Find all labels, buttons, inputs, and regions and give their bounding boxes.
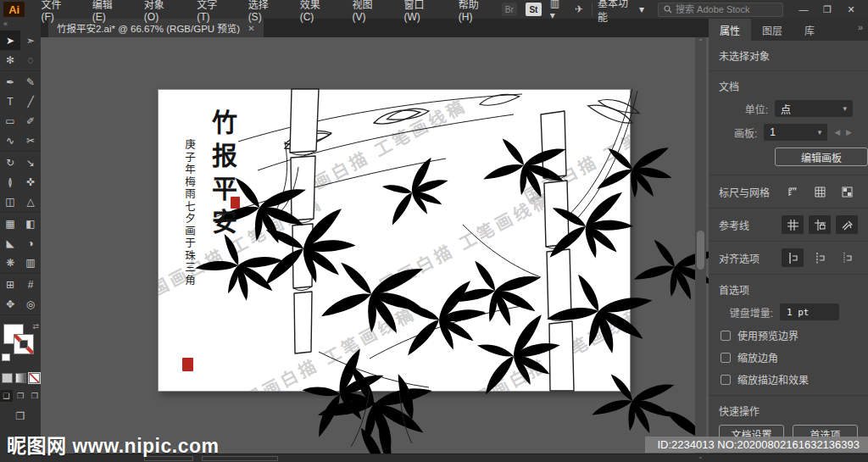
gradient-tool[interactable]: ◧ [20, 214, 41, 233]
rectangle-tool[interactable]: ▭ [0, 111, 20, 131]
close-tab-icon[interactable]: ✕ [248, 24, 254, 33]
show-grid-button[interactable] [809, 182, 831, 201]
none-button[interactable] [29, 373, 40, 383]
draw-inside-mode[interactable]: ❒ [28, 390, 41, 402]
chevron-down-icon: ▾ [639, 3, 644, 15]
rulers-grids-row: 标尺与网格 [709, 175, 868, 209]
tab-libraries[interactable]: 库 [793, 19, 826, 41]
workspace-switcher[interactable]: 基本功能 ▾ [592, 3, 649, 16]
width-tool[interactable]: ≬ [0, 172, 20, 192]
slice-tool[interactable]: # [20, 275, 41, 294]
illustrator-logo[interactable]: Ai [3, 2, 25, 17]
blend-tool[interactable]: ◑ [20, 233, 41, 253]
edit-artboards-button[interactable]: 编辑画板 [775, 148, 868, 166]
vertical-scrollbar[interactable]: ⌃ [695, 37, 706, 454]
gradient-button[interactable] [15, 373, 26, 383]
screen-mode-button[interactable]: ❐ [16, 410, 25, 422]
vertical-scrollbar-thumb[interactable] [697, 231, 704, 270]
perspective-grid-tool[interactable]: △ [20, 192, 41, 211]
menu-effect[interactable]: 效果(C) [291, 0, 343, 19]
type-tool[interactable]: T [0, 92, 20, 111]
menu-object[interactable]: 对象(O) [135, 0, 187, 19]
snap-to-grid-button[interactable] [809, 248, 831, 267]
direct-selection-tool[interactable]: ➣ [20, 31, 41, 50]
swap-fill-stroke-icon[interactable]: ⇄ [32, 322, 39, 331]
shaper-tool[interactable]: ∿ [0, 131, 20, 150]
menu-select[interactable]: 选择(S) [239, 0, 291, 19]
scissors-tool[interactable]: ✂ [20, 131, 41, 150]
next-artboard-icon[interactable]: ▶ [846, 128, 858, 136]
tab-properties[interactable]: 属性 [709, 19, 751, 41]
color-button[interactable] [2, 373, 13, 383]
snap-to-pixel-button[interactable] [836, 248, 858, 267]
scroll-down-icon[interactable]: ⌄ [698, 453, 704, 460]
stroke-hole [19, 340, 28, 348]
prev-artboard-icon[interactable]: ◀ [834, 128, 846, 136]
artboard-nav-arrows[interactable]: ◀▶ [834, 128, 858, 136]
snap-to-point-button[interactable] [782, 248, 804, 267]
paintbrush-tool[interactable]: ✐ [20, 111, 41, 131]
menu-edit[interactable]: 编辑(E) [83, 0, 135, 19]
scale-corners-option[interactable]: 缩放边角 [721, 350, 858, 365]
transparency-grid-button[interactable] [836, 182, 858, 201]
draw-behind-mode[interactable]: ❒ [14, 390, 27, 402]
guides-row: 参考线 [709, 209, 868, 242]
units-select[interactable]: 点 ▾ [775, 100, 853, 117]
collapse-toolbar-icon[interactable]: « [0, 19, 41, 30]
smart-guides-button[interactable] [836, 215, 858, 234]
selection-tool[interactable]: ➤ [0, 31, 20, 50]
zoom-tool[interactable]: ◎ [20, 294, 41, 314]
draw-normal-mode[interactable]: ❑ [0, 390, 13, 402]
checkbox-icon[interactable] [721, 375, 731, 385]
bridge-badge-icon[interactable]: Br [502, 3, 518, 16]
collapse-panel-icon[interactable]: » [858, 22, 863, 32]
stock-badge-icon[interactable]: St [526, 3, 542, 16]
scale-strokes-effects-option[interactable]: 缩放描边和效果 [721, 372, 858, 387]
tool-group-draw: ✒ ✎ T ╱ ▭ ✐ ∿ ✂ [0, 71, 41, 152]
preview-bounds-option[interactable]: 使用预览边界 [721, 328, 858, 342]
lock-guides-button[interactable] [809, 215, 831, 234]
minimize-button[interactable]: — [792, 1, 815, 18]
stroke-swatch[interactable] [14, 334, 34, 354]
mesh-tool[interactable]: ▦ [0, 214, 20, 233]
lasso-tool[interactable]: ◌ [20, 50, 41, 70]
menu-view[interactable]: 视图(V) [342, 0, 394, 19]
keyboard-increment-input[interactable]: 1 pt [780, 303, 839, 320]
menu-window[interactable]: 窗口(W) [394, 0, 448, 19]
preferences-section: 首选项 键盘增量: 1 pt 使用预览边界 缩放边角 缩放描边和效果 [709, 275, 868, 396]
scroll-up-icon[interactable]: ⌃ [695, 38, 706, 46]
search-input[interactable] [676, 4, 777, 14]
show-guides-button[interactable] [782, 215, 804, 234]
share-icon[interactable]: ✈ [575, 3, 583, 15]
hand-tool[interactable]: ✥ [0, 294, 20, 314]
restore-button[interactable]: ❐ [815, 1, 839, 18]
menu-file[interactable]: 文件(F) [31, 0, 82, 19]
document-tab-title: 竹报平安2.ai* @ 66.67% (RGB/GPU 预览) [57, 21, 240, 35]
tab-layers[interactable]: 图层 [751, 19, 793, 41]
show-rulers-button[interactable] [782, 182, 804, 201]
arrange-documents-icon[interactable]: ▥ ▾ [550, 0, 566, 21]
rotate-tool[interactable]: ↻ [0, 153, 20, 172]
adobe-stock-search[interactable] [658, 3, 783, 17]
eyedropper-tool[interactable]: ◣ [0, 233, 20, 253]
curvature-tool[interactable]: ✎ [20, 72, 41, 92]
menu-type[interactable]: 文字(T) [187, 0, 238, 19]
close-button[interactable]: ✕ [839, 1, 863, 18]
checkbox-icon[interactable] [721, 331, 731, 341]
puppet-warp-tool[interactable]: ✜ [20, 172, 41, 192]
shape-builder-tool[interactable]: ◫ [0, 192, 20, 211]
artboard-tool[interactable]: ⊞ [0, 275, 20, 294]
artboard-select[interactable]: 1 ▾ [764, 124, 827, 141]
pen-tool[interactable]: ✒ [0, 72, 20, 92]
symbol-sprayer-tool[interactable]: ❋ [0, 253, 20, 272]
line-segment-tool[interactable]: ╱ [20, 92, 41, 111]
default-fill-stroke-icon[interactable] [2, 353, 10, 361]
menu-help[interactable]: 帮助(H) [449, 0, 502, 19]
tools-panel: « ➤ ➣ ✻ ◌ ✒ ✎ T ╱ ▭ ✐ ∿ ✂ ↻ ↘ ≬ ✜ ◫ △ ▦ … [0, 19, 41, 462]
snap-options-label: 对齐选项 [719, 251, 778, 265]
magic-wand-tool[interactable]: ✻ [0, 50, 20, 70]
scale-tool[interactable]: ↘ [20, 153, 41, 172]
column-graph-tool[interactable]: ▥ [20, 253, 41, 272]
canvas-area[interactable]: 国画白描 工笔画线稿 国画白描 工笔画线稿 国画白描 工笔画线稿 国画白描 工笔… [41, 37, 709, 454]
checkbox-icon[interactable] [721, 353, 731, 363]
